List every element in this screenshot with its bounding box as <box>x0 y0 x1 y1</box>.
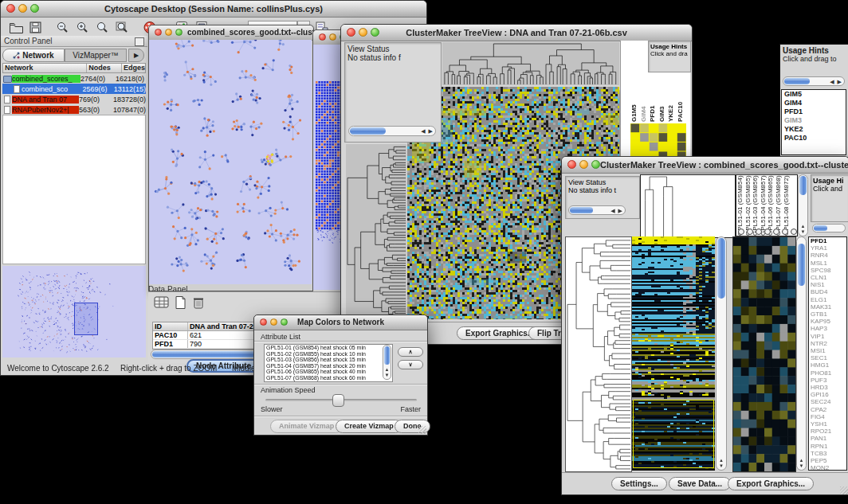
gene-label[interactable]: PUF3 <box>809 377 846 384</box>
column-label[interactable]: PFD1 <box>649 71 658 122</box>
gene-label[interactable]: YSH1 <box>809 420 846 428</box>
create-vizmap-button[interactable]: Create Vizmap <box>336 420 402 433</box>
gene-label[interactable]: RPN1 <box>809 443 846 450</box>
gene-label[interactable]: SEC24 <box>809 398 846 405</box>
save-session-button[interactable] <box>29 21 45 35</box>
zoom-heatmap-vscrollbar[interactable]: ▲▼ <box>796 236 807 471</box>
column-label[interactable]: GPL51-01 (GSM854) <box>736 175 744 236</box>
zoom-fit-icon[interactable] <box>115 21 131 35</box>
minimize-button[interactable] <box>359 28 367 37</box>
speed-slider-thumb[interactable] <box>332 394 344 407</box>
delete-attribute-icon[interactable] <box>192 295 205 310</box>
column-label[interactable]: GPL51-03 (GSM856) <box>752 175 760 236</box>
attribute-table-icon[interactable] <box>154 295 170 310</box>
gene-label[interactable]: NTR2 <box>809 340 846 347</box>
column-label[interactable]: GIM3 <box>658 71 668 122</box>
save-data-button[interactable]: Save Data... <box>669 477 731 490</box>
move-down-button[interactable]: ∨ <box>398 360 423 369</box>
gene-label[interactable]: PEP5 <box>809 457 846 464</box>
row-dendrogram[interactable] <box>565 236 632 472</box>
gene-label[interactable]: SPC98 <box>809 267 846 274</box>
settings-button[interactable]: Settings... <box>611 477 667 490</box>
network-list-row[interactable]: RNAPuberNov2+| 563(0) 107847(0) <box>2 104 146 115</box>
gene-label[interactable]: GIM5 <box>782 90 846 99</box>
view-status-hscrollbar[interactable]: ◀ ▶ <box>568 205 626 215</box>
column-label[interactable]: GPL51-08 (GSM872) <box>783 175 791 236</box>
gene-label[interactable]: BUD4 <box>809 288 846 295</box>
network-canvas[interactable] <box>149 40 312 284</box>
gene-label[interactable]: PAN1 <box>809 435 846 442</box>
column-label[interactable]: PAC10 <box>677 71 686 122</box>
column-dendrogram[interactable] <box>640 174 736 238</box>
gene-label[interactable]: RPO21 <box>809 428 846 435</box>
gene-label[interactable]: SEC1 <box>809 354 846 361</box>
zoom-heatmap[interactable] <box>732 236 796 472</box>
zoom-in-icon[interactable] <box>75 21 91 35</box>
gene-label[interactable]: KAP95 <box>809 318 846 325</box>
network-view-titlebar[interactable]: combined_scores_good.txt--cluste... <box>149 25 313 41</box>
zoom-button[interactable] <box>175 29 183 36</box>
minimize-button[interactable] <box>165 29 172 36</box>
network-list-row[interactable]: combined_scores_ 2764(0) 16218(0) <box>2 73 146 84</box>
fragment-hscrollbar[interactable]: ◀ ▶ <box>783 76 845 86</box>
gene-label[interactable]: YKE2 <box>782 125 846 134</box>
zoom-button[interactable] <box>591 160 600 169</box>
gene-label[interactable]: MON2 <box>809 464 846 471</box>
view-status-hscrollbar[interactable]: ◀ ▶ <box>348 126 436 136</box>
attribute-item[interactable]: GPL51-07 (GSM868) heat shock 60 min <box>265 375 392 381</box>
gene-label[interactable]: GIM3 <box>782 116 846 125</box>
gene-label[interactable]: TCB3 <box>809 450 846 457</box>
treeview2-titlebar[interactable]: ClusterMaker TreeView : combined_scores_… <box>562 157 848 174</box>
column-dendrogram[interactable] <box>442 42 619 85</box>
float-panel-icon[interactable] <box>135 37 144 46</box>
column-label[interactable]: GPL51-07 (GSM868) <box>775 175 783 236</box>
gene-label[interactable]: HAP3 <box>809 325 846 332</box>
usage-hints-hscrollbar[interactable] <box>812 224 846 232</box>
column-label[interactable]: YKE2 <box>667 71 677 122</box>
animate-vizmap-button[interactable]: Animate Vizmap <box>270 420 343 433</box>
gene-label[interactable]: GIM4 <box>782 99 846 107</box>
dialog-titlebar[interactable]: Map Colors to Network <box>254 315 427 330</box>
new-attribute-icon[interactable] <box>175 295 187 310</box>
gene-label[interactable]: MSI1 <box>809 347 846 354</box>
gene-label[interactable]: RNR4 <box>809 252 846 259</box>
column-label[interactable]: GIM4 <box>640 71 650 122</box>
attribute-item[interactable]: GPL51-01 (GSM854) heat shock 05 min <box>265 345 392 351</box>
gene-label[interactable]: YRA1 <box>809 244 846 252</box>
gene-label[interactable]: NIS1 <box>809 281 846 288</box>
open-session-button[interactable] <box>9 21 25 35</box>
move-up-button[interactable]: ∧ <box>398 347 423 357</box>
row-dendrogram[interactable] <box>346 144 406 319</box>
treeview1-titlebar[interactable]: ClusterMaker TreeView : DNA and Tran 07-… <box>341 25 692 41</box>
column-label[interactable]: G1M5 <box>630 71 640 122</box>
close-button[interactable] <box>319 33 326 41</box>
heatmap-vscrollbar[interactable]: ▲▼ <box>716 236 727 471</box>
gene-label[interactable]: PHO81 <box>809 369 846 377</box>
attribute-item[interactable]: GPL51-04 (GSM857) heat shock 20 min <box>265 363 392 369</box>
close-button[interactable] <box>6 4 15 13</box>
main-titlebar[interactable]: Cytoscape Desktop (Session Name: collins… <box>1 1 426 18</box>
gene-label[interactable]: HMG1 <box>809 361 846 369</box>
close-button[interactable] <box>567 160 576 169</box>
zoom-selected-icon[interactable] <box>95 21 111 35</box>
close-button[interactable] <box>347 28 355 37</box>
column-label[interactable]: GPL51-06 (GSM865) <box>767 175 775 236</box>
attribute-list-vscrollbar[interactable]: ▲▼ <box>383 345 391 380</box>
network-list-row[interactable]: DNA and Tran 07 769(0) 183728(0) <box>2 94 146 104</box>
close-button[interactable] <box>155 29 162 36</box>
column-label[interactable]: GPL51-04 (GSM857) <box>760 175 768 236</box>
gene-label[interactable]: PFD1 <box>809 237 846 244</box>
zoom-button[interactable] <box>30 4 39 13</box>
zoom-out-icon[interactable] <box>55 21 71 35</box>
gene-label[interactable]: FIG4 <box>809 413 846 420</box>
minimize-button[interactable] <box>329 33 336 41</box>
gene-label[interactable]: GPI16 <box>809 391 846 398</box>
gene-label[interactable]: MAK31 <box>809 303 846 311</box>
gene-label[interactable]: HRD3 <box>809 384 846 391</box>
attribute-table-row[interactable]: PAC10 621 <box>153 331 257 340</box>
zoom-button[interactable] <box>371 28 379 37</box>
global-heatmap[interactable] <box>632 236 715 471</box>
export-graphics-button[interactable]: Export Graphics... <box>728 477 814 490</box>
minimize-button[interactable] <box>18 4 27 13</box>
tab-vizmapper[interactable]: VizMapper™ <box>65 49 127 62</box>
